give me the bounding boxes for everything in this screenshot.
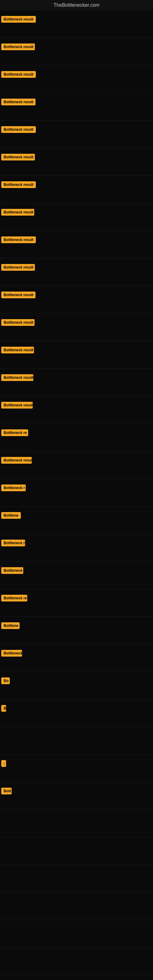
list-item: Bottleneck result [0, 65, 153, 93]
list-item: B [0, 700, 153, 727]
items-container: Bottleneck resultBottleneck resultBottle… [0, 10, 153, 975]
list-item: Bo [0, 672, 153, 700]
bottleneck-badge[interactable]: Bottleneck result [1, 209, 34, 216]
list-item: Bottleneck [0, 562, 153, 589]
bottleneck-badge[interactable]: Bottleneck result [1, 236, 36, 243]
bottleneck-badge[interactable]: Bottleneck [1, 650, 22, 657]
list-item [0, 727, 153, 755]
list-item: Bottleneck re [0, 424, 153, 452]
list-item: Bottleneck [0, 644, 153, 672]
bottleneck-badge[interactable]: Bottleneck r [1, 539, 25, 546]
bottleneck-badge[interactable]: Bottleneck result [1, 402, 33, 409]
bottleneck-badge[interactable]: Bottleneck result [1, 154, 35, 161]
list-item [0, 810, 153, 837]
bottleneck-badge[interactable]: Bottleneck result [1, 181, 36, 188]
bottleneck-badge[interactable]: Bottleneck result [1, 319, 35, 326]
bottleneck-badge[interactable]: : [1, 760, 6, 767]
list-item: Bottleneck result [0, 396, 153, 424]
list-item: Bottleneck result [0, 286, 153, 313]
bottleneck-badge[interactable]: Bottleneck result [1, 291, 35, 298]
bottleneck-badge[interactable]: Bottleneck re [1, 595, 27, 601]
bottleneck-badge[interactable]: Bottleneck result [1, 457, 32, 464]
list-item: Bottleneck result [0, 452, 153, 479]
list-item [0, 948, 153, 975]
list-item [0, 892, 153, 920]
bottleneck-badge[interactable]: Bottleneck result [1, 43, 35, 50]
bottleneck-badge[interactable]: B [1, 705, 6, 712]
list-item: Bottleneck result [0, 231, 153, 258]
list-item: Bottleneck result [0, 341, 153, 369]
bottleneck-badge[interactable]: Bottleneck re [1, 430, 28, 436]
site-header: TheBottlenecker.com [0, 0, 153, 10]
list-item: : [0, 755, 153, 782]
bottleneck-badge[interactable]: Bottleneck result [1, 347, 34, 353]
bottleneck-badge[interactable]: Bottleneck [1, 567, 23, 574]
list-item: Bottleneck result [0, 38, 153, 65]
list-item: Bottleneck result [0, 121, 153, 148]
list-item: Bottleneck result [0, 10, 153, 38]
bottleneck-badge[interactable]: Bottleneck result [1, 264, 35, 271]
list-item: Bottleneck r [0, 479, 153, 506]
list-item: Bottleneck re [0, 589, 153, 617]
list-item: Bottleneck r [0, 534, 153, 562]
list-item [0, 865, 153, 892]
bottleneck-badge[interactable]: Bottleneck r [1, 485, 26, 491]
list-item: Bottleneck result [0, 369, 153, 396]
bottleneck-badge[interactable]: Bottleneck result [1, 374, 33, 381]
list-item: Bottleneck result [0, 313, 153, 341]
list-item: Bottlene [0, 506, 153, 534]
bottleneck-badge[interactable]: Bottleneck result [1, 16, 36, 23]
bottleneck-badge[interactable]: Bottlene [1, 512, 21, 519]
list-item: Bottleneck result [0, 176, 153, 204]
bottleneck-badge[interactable]: Bottleneck result [1, 99, 35, 105]
list-item: Bottleneck result [0, 204, 153, 231]
bottleneck-badge[interactable]: Bottlene [1, 622, 19, 629]
site-title: TheBottlenecker.com [0, 0, 153, 10]
bottleneck-badge[interactable]: Bo [1, 678, 10, 684]
bottleneck-badge[interactable]: Bottleneck result [1, 71, 36, 78]
list-item: Bottleneck result [0, 258, 153, 286]
list-item: Bottleneck result [0, 93, 153, 121]
bottleneck-badge[interactable]: Bottleneck result [1, 126, 36, 133]
list-item: Bott [0, 782, 153, 810]
list-item: Bottleneck result [0, 148, 153, 176]
bottleneck-badge[interactable]: Bott [1, 788, 12, 794]
list-item [0, 920, 153, 948]
list-item [0, 837, 153, 865]
list-item: Bottlene [0, 617, 153, 644]
